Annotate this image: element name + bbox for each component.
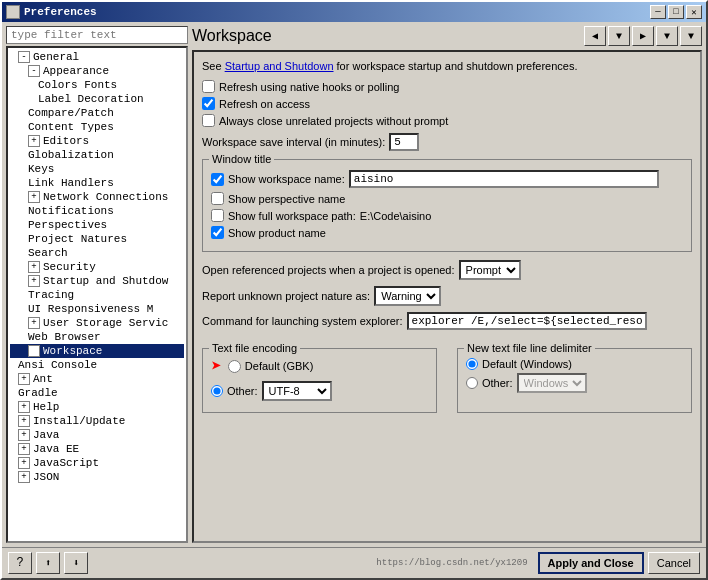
main-content: - General - Appearance Colors Fonts Labe… — [2, 22, 706, 547]
sidebar-item-ansi-console[interactable]: Ansi Console — [10, 358, 184, 372]
startup-link[interactable]: Startup and Shutdown — [225, 60, 334, 72]
back-dropdown-button[interactable]: ▼ — [608, 26, 630, 46]
sidebar-item-ant[interactable]: + Ant — [10, 372, 184, 386]
refresh-access-checkbox[interactable] — [202, 97, 215, 110]
save-interval-input[interactable] — [389, 133, 419, 151]
show-perspective-checkbox[interactable] — [211, 192, 224, 205]
sidebar-item-javascript[interactable]: + JavaScript — [10, 456, 184, 470]
report-unknown-label: Report unknown project nature as: — [202, 290, 370, 302]
open-referenced-select[interactable]: Prompt Always Never — [459, 260, 521, 280]
sidebar-item-install-update[interactable]: + Install/Update — [10, 414, 184, 428]
sidebar-item-user-storage[interactable]: + User Storage Servic — [10, 316, 184, 330]
sidebar-item-java[interactable]: + Java — [10, 428, 184, 442]
sidebar-item-label-decoration[interactable]: Label Decoration — [10, 92, 184, 106]
save-interval-row: Workspace save interval (in minutes): — [202, 133, 692, 151]
delimiter-default-row: Default (Windows) — [466, 358, 683, 370]
report-unknown-select[interactable]: Warning Error Ignore — [374, 286, 441, 306]
encoding-other-row: Other: UTF-8 GBK ISO-8859-1 — [211, 381, 428, 401]
expand-icon: + — [18, 373, 30, 385]
bottom-bar: ? ⬆ ⬇ https://blog.csdn.net/yx1209 Apply… — [2, 547, 706, 578]
sidebar-item-help[interactable]: + Help — [10, 400, 184, 414]
sidebar-item-workspace[interactable]: + Workspace — [10, 344, 184, 358]
show-product-checkbox[interactable] — [211, 226, 224, 239]
show-workspace-name-label: Show workspace name: — [228, 173, 345, 185]
text-encoding-group: Text file encoding ➤ Default (GBK) Other… — [202, 348, 437, 413]
startup-text: See Startup and Shutdown for workspace s… — [202, 60, 692, 72]
apply-close-button[interactable]: Apply and Close — [538, 552, 644, 574]
sidebar-item-colors-fonts[interactable]: Colors Fonts — [10, 78, 184, 92]
window-title-group-label: Window title — [209, 153, 274, 165]
report-unknown-row: Report unknown project nature as: Warnin… — [202, 286, 692, 306]
import-button[interactable]: ⬇ — [64, 552, 88, 574]
show-full-path-checkbox[interactable] — [211, 209, 224, 222]
title-bar-text: Preferences — [6, 5, 97, 19]
watermark: https://blog.csdn.net/yx1209 — [88, 558, 538, 568]
window-title: Preferences — [24, 6, 97, 18]
sidebar-item-compare-patch[interactable]: Compare/Patch — [10, 106, 184, 120]
full-path-value: E:\Code\aisino — [360, 210, 432, 222]
export-button[interactable]: ⬆ — [36, 552, 60, 574]
filter-input[interactable] — [6, 26, 188, 44]
nav-buttons: ◀ ▼ ▶ ▼ ▼ — [584, 26, 702, 46]
expand-icon: + — [28, 191, 40, 203]
show-full-path-row: Show full workspace path: E:\Code\aisino — [211, 209, 683, 222]
expand-icon: + — [18, 415, 30, 427]
sidebar-item-globalization[interactable]: Globalization — [10, 148, 184, 162]
show-full-path-label: Show full workspace path: — [228, 210, 356, 222]
minimize-button[interactable]: — — [650, 5, 666, 19]
delimiter-default-radio[interactable] — [466, 358, 478, 370]
line-delimiter-label: New text file line delimiter — [464, 342, 595, 354]
close-button[interactable]: ✕ — [686, 5, 702, 19]
sidebar-item-keys[interactable]: Keys — [10, 162, 184, 176]
save-interval-label: Workspace save interval (in minutes): — [202, 136, 385, 148]
sidebar-item-tracing[interactable]: Tracing — [10, 288, 184, 302]
show-workspace-name-row: Show workspace name: — [211, 170, 683, 188]
bottom-right-buttons: Apply and Close Cancel — [538, 552, 700, 574]
sidebar-item-general[interactable]: - General — [10, 50, 184, 64]
delimiter-other-select[interactable]: Windows Unix Mac — [517, 373, 587, 393]
expand-icon: + — [18, 471, 30, 483]
sidebar-item-startup[interactable]: + Startup and Shutdow — [10, 274, 184, 288]
encoding-default-label: Default (GBK) — [245, 360, 313, 372]
cancel-button[interactable]: Cancel — [648, 552, 700, 574]
sidebar-item-notifications[interactable]: Notifications — [10, 204, 184, 218]
menu-button[interactable]: ▼ — [680, 26, 702, 46]
sidebar-item-project-natures[interactable]: Project Natures — [10, 232, 184, 246]
expand-icon: + — [28, 261, 40, 273]
sidebar-item-security[interactable]: + Security — [10, 260, 184, 274]
sidebar-item-search[interactable]: Search — [10, 246, 184, 260]
always-close-label: Always close unrelated projects without … — [219, 115, 448, 127]
sidebar-item-java-ee[interactable]: + Java EE — [10, 442, 184, 456]
sidebar-item-editors[interactable]: + Editors — [10, 134, 184, 148]
workspace-name-input[interactable] — [349, 170, 659, 188]
text-encoding-label: Text file encoding — [209, 342, 300, 354]
encoding-other-select[interactable]: UTF-8 GBK ISO-8859-1 — [262, 381, 332, 401]
always-close-checkbox[interactable] — [202, 114, 215, 127]
sidebar-item-perspectives[interactable]: Perspectives — [10, 218, 184, 232]
expand-icon: + — [18, 401, 30, 413]
delimiter-other-radio[interactable] — [466, 377, 478, 389]
encoding-other-radio[interactable] — [211, 385, 223, 397]
sidebar-item-ui-responsiveness[interactable]: UI Responsiveness M — [10, 302, 184, 316]
show-workspace-name-checkbox[interactable] — [211, 173, 224, 186]
sidebar-item-link-handlers[interactable]: Link Handlers — [10, 176, 184, 190]
back-button[interactable]: ◀ — [584, 26, 606, 46]
command-input[interactable] — [407, 312, 647, 330]
sidebar-item-web-browser[interactable]: Web Browser — [10, 330, 184, 344]
sidebar-item-gradle[interactable]: Gradle — [10, 386, 184, 400]
refresh-access-label: Refresh on access — [219, 98, 310, 110]
expand-icon: + — [28, 275, 40, 287]
sidebar-item-json[interactable]: + JSON — [10, 470, 184, 484]
open-referenced-label: Open referenced projects when a project … — [202, 264, 455, 276]
maximize-button[interactable]: □ — [668, 5, 684, 19]
delimiter-other-row: Other: Windows Unix Mac — [466, 373, 683, 393]
forward-dropdown-button[interactable]: ▼ — [656, 26, 678, 46]
sidebar-item-appearance[interactable]: - Appearance — [10, 64, 184, 78]
forward-button[interactable]: ▶ — [632, 26, 654, 46]
help-button[interactable]: ? — [8, 552, 32, 574]
refresh-native-checkbox[interactable] — [202, 80, 215, 93]
open-referenced-row: Open referenced projects when a project … — [202, 260, 692, 280]
sidebar-item-content-types[interactable]: Content Types — [10, 120, 184, 134]
sidebar-item-network-connections[interactable]: + Network Connections — [10, 190, 184, 204]
encoding-default-radio[interactable] — [228, 360, 241, 373]
